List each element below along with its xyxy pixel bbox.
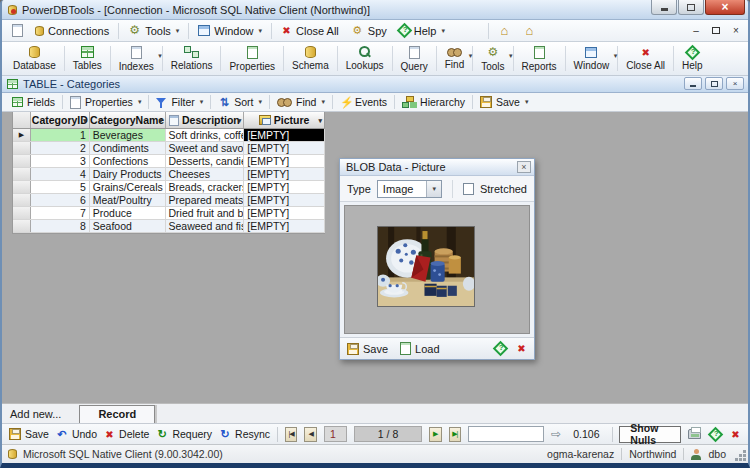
previous-record-button[interactable]: ◀ xyxy=(304,427,317,442)
home-button[interactable] xyxy=(492,22,517,39)
toolbar-indexes-button[interactable]: Indexes ▾ xyxy=(111,43,162,74)
menu-window[interactable]: Window▾ xyxy=(192,23,268,39)
close-button[interactable]: × xyxy=(705,0,745,15)
toolbar-schema-button[interactable]: Schema xyxy=(284,43,337,74)
mdi-minimize-button[interactable]: – xyxy=(690,25,702,37)
cell-categoryid[interactable]: 7 xyxy=(31,207,90,219)
record-delete-button[interactable]: Delete xyxy=(104,428,149,440)
menu-close-all[interactable]: Close All xyxy=(275,23,345,39)
row-selector[interactable] xyxy=(13,194,31,206)
cell-categoryid[interactable]: 8 xyxy=(31,220,90,232)
row-selector[interactable] xyxy=(13,220,31,232)
menu-connections[interactable]: Connections xyxy=(29,23,115,39)
stretched-checkbox[interactable] xyxy=(463,183,474,195)
help-icon[interactable] xyxy=(493,341,509,357)
table-row[interactable]: 4 Dairy Products Cheeses [EMPTY] xyxy=(13,168,325,181)
column-dropdown-icon[interactable]: ▾ xyxy=(83,117,87,125)
cell-categoryname[interactable]: Condiments xyxy=(90,142,166,154)
filter-button[interactable]: Filter▾ xyxy=(150,95,209,109)
cell-description[interactable]: Desserts, candies, a... xyxy=(166,155,245,167)
record-resync-button[interactable]: Resync xyxy=(219,428,270,440)
table-row[interactable]: 5 Grains/Cereals Breads, crackers, pa...… xyxy=(13,181,325,194)
table-row[interactable]: 3 Confections Desserts, candies, a... [E… xyxy=(13,155,325,168)
goto-record-input[interactable] xyxy=(468,426,544,442)
menu-tools[interactable]: Tools▾ xyxy=(122,22,185,39)
sort-button[interactable]: Sort▾ xyxy=(212,95,268,109)
minimize-button[interactable] xyxy=(651,0,677,15)
table-row[interactable]: 7 Produce Dried fruit and bean ... [EMPT… xyxy=(13,207,325,220)
row-selector[interactable] xyxy=(13,181,31,193)
table-minimize-button[interactable] xyxy=(684,77,702,90)
column-header-categoryname[interactable]: CategoryName ▾ xyxy=(90,112,166,128)
column-dropdown-icon[interactable]: ▾ xyxy=(238,117,242,125)
cell-description[interactable]: Seaweed and fish xyxy=(166,220,245,232)
cell-picture[interactable]: [EMPTY] xyxy=(244,207,325,219)
cell-description[interactable]: Cheeses xyxy=(166,168,245,180)
last-record-button[interactable]: ▶| xyxy=(449,427,462,442)
events-button[interactable]: Events xyxy=(334,95,393,109)
fields-button[interactable]: Fields xyxy=(6,95,61,109)
menu-help[interactable]: Help▾ xyxy=(393,23,451,39)
cell-picture[interactable]: [EMPTY] xyxy=(244,168,325,180)
mdi-restore-button[interactable] xyxy=(710,25,722,37)
table-close-button[interactable]: × xyxy=(726,77,744,90)
go-arrow-icon[interactable]: ⇨ xyxy=(551,427,561,441)
column-dropdown-icon[interactable]: ▾ xyxy=(159,117,163,125)
close-icon[interactable] xyxy=(516,343,527,354)
toolbar-find-button[interactable]: Find ▾ xyxy=(437,43,472,74)
record-requery-button[interactable]: Requery xyxy=(156,428,212,440)
cell-description[interactable]: Dried fruit and bean ... xyxy=(166,207,245,219)
blob-dialog-titlebar[interactable]: BLOB Data - Picture × xyxy=(340,159,534,176)
cell-picture[interactable]: [EMPTY] xyxy=(244,142,325,154)
help-icon[interactable] xyxy=(708,426,724,442)
column-header-categoryid[interactable]: CategoryID ▾ xyxy=(31,112,90,128)
cell-categoryname[interactable]: Seafood xyxy=(90,220,166,232)
toolbar-query-button[interactable]: Query xyxy=(393,43,436,74)
save-button[interactable]: Save▾ xyxy=(474,95,534,109)
record-tab[interactable]: Record xyxy=(79,405,155,423)
table-row[interactable]: 2 Condiments Sweet and savory sa... [EMP… xyxy=(13,142,325,155)
cell-categoryid[interactable]: 5 xyxy=(31,181,90,193)
add-new-tab[interactable]: Add new... xyxy=(10,408,61,423)
hierarchy-button[interactable]: Hierarchy xyxy=(396,95,471,109)
toolbar-relations-button[interactable]: Relations xyxy=(163,43,221,74)
cell-categoryname[interactable]: Beverages xyxy=(90,129,166,141)
table-maximize-button[interactable] xyxy=(705,77,723,90)
toolbar-window-button[interactable]: Window ▾ xyxy=(566,43,618,74)
cell-categoryname[interactable]: Dairy Products xyxy=(90,168,166,180)
record-save-button[interactable]: Save xyxy=(9,428,49,440)
print-icon[interactable] xyxy=(688,429,701,439)
row-selector[interactable] xyxy=(13,142,31,154)
toolbar-help-button[interactable]: Help xyxy=(674,43,711,74)
toolbar-close-all-button[interactable]: Close All xyxy=(618,43,673,74)
row-selector[interactable] xyxy=(13,168,31,180)
cell-categoryid[interactable]: 4 xyxy=(31,168,90,180)
cell-categoryname[interactable]: Produce xyxy=(90,207,166,219)
cell-categoryname[interactable]: Confections xyxy=(90,155,166,167)
table-row[interactable]: ▶ 1 Beverages Soft drinks, coffees, t...… xyxy=(13,129,325,142)
cell-picture-selected[interactable]: [EMPTY] xyxy=(244,129,325,141)
resize-grip[interactable] xyxy=(743,458,746,461)
find-button[interactable]: Find▾ xyxy=(271,95,331,109)
cell-description[interactable]: Soft drinks, coffees, t... xyxy=(166,129,245,141)
table-row[interactable]: 6 Meat/Poultry Prepared meats [EMPTY] xyxy=(13,194,325,207)
blob-save-button[interactable]: Save xyxy=(347,343,388,355)
row-selector[interactable] xyxy=(13,207,31,219)
cell-picture[interactable]: [EMPTY] xyxy=(244,181,325,193)
toolbar-reports-button[interactable]: Reports xyxy=(514,43,565,74)
show-nulls-button[interactable]: Show Nulls xyxy=(619,426,681,443)
cell-picture[interactable]: [EMPTY] xyxy=(244,194,325,206)
toolbar-tables-button[interactable]: Tables xyxy=(65,43,110,74)
properties-button[interactable]: Properties▾ xyxy=(64,95,147,110)
blob-close-button[interactable]: × xyxy=(517,161,531,173)
column-dropdown-icon[interactable]: ▾ xyxy=(318,117,322,125)
cell-description[interactable]: Breads, crackers, pa... xyxy=(166,181,245,193)
menu-spy[interactable]: Spy xyxy=(345,22,393,39)
cell-picture[interactable]: [EMPTY] xyxy=(244,220,325,232)
first-record-button[interactable]: |◀ xyxy=(285,427,298,442)
toolbar-properties-button[interactable]: Properties xyxy=(221,43,283,74)
toolbar-lookups-button[interactable]: Lookups xyxy=(338,43,392,74)
type-combobox[interactable]: Image ▾ xyxy=(377,180,442,198)
cell-categoryid[interactable]: 1 xyxy=(31,129,90,141)
menu-quick-database-button[interactable] xyxy=(6,22,29,39)
